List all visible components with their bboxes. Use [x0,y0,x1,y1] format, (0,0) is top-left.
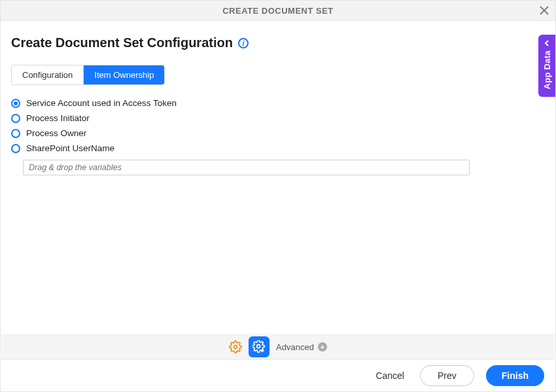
page-title-row: Create Document Set Configuration i [11,35,545,50]
svg-point-3 [257,345,260,348]
page-title: Create Document Set Configuration [11,35,233,50]
advanced-label: Advanced [276,342,314,352]
info-icon[interactable]: i [238,38,249,48]
close-icon [540,6,549,15]
gear-icon [229,340,242,353]
cancel-button[interactable]: Cancel [372,365,408,386]
dialog-header: CREATE DOCUMENT SET [1,1,555,21]
radio-input[interactable] [11,114,20,123]
app-data-side-tab[interactable]: App Data [538,35,555,97]
side-tab-label: App Data [542,50,552,89]
radio-label: Service Account used in Access Token [26,98,177,108]
advanced-bar: Advanced + [1,334,555,359]
radio-input[interactable] [11,144,20,153]
gear-plus-icon [252,340,266,353]
radio-group: Service Account used in Access Token Pro… [11,98,545,175]
tab-item-ownership[interactable]: Item Ownership [84,65,164,84]
radio-sharepoint-username[interactable]: SharePoint UserName [11,143,545,153]
settings-button[interactable] [229,340,242,353]
advanced-label-wrap[interactable]: Advanced + [276,342,327,352]
svg-point-2 [234,346,237,349]
radio-service-account[interactable]: Service Account used in Access Token [11,98,545,108]
advanced-settings-button[interactable] [249,336,269,357]
radio-label: Process Owner [26,128,86,138]
dialog-frame: CREATE DOCUMENT SET Create Document Set … [0,0,556,392]
plus-icon: + [318,342,327,351]
close-button[interactable] [537,3,551,18]
tab-configuration[interactable]: Configuration [12,65,84,84]
chevron-left-icon [544,40,550,46]
radio-process-initiator[interactable]: Process Initiator [11,113,545,123]
radio-label: Process Initiator [26,113,90,123]
variable-drop-input[interactable] [23,160,470,175]
finish-button[interactable]: Finish [486,365,544,386]
radio-process-owner[interactable]: Process Owner [11,128,545,138]
dialog-footer: Cancel Prev Finish [1,359,555,391]
dialog-title: CREATE DOCUMENT SET [222,6,334,16]
prev-button[interactable]: Prev [420,365,474,386]
tab-strip: Configuration Item Ownership [11,65,165,85]
radio-label: SharePoint UserName [26,143,114,153]
radio-input[interactable] [11,129,20,138]
radio-input[interactable] [11,99,20,108]
